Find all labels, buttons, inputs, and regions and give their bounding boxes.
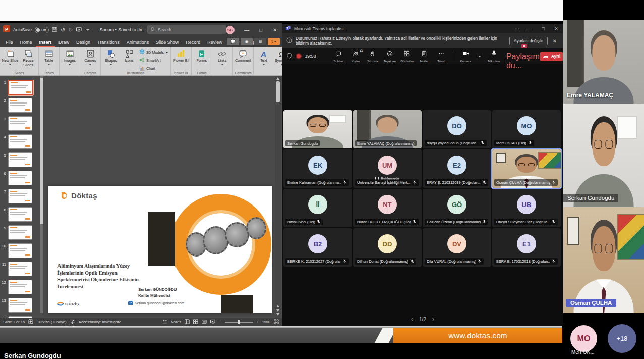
slideshow-icon[interactable] bbox=[210, 319, 215, 325]
previous-page-icon[interactable]: ‹ bbox=[411, 316, 413, 323]
search-input[interactable]: Search bbox=[147, 25, 226, 34]
participant-tile[interactable]: UMBeklemedeUniversite Sanayi İşbirliği M… bbox=[353, 149, 422, 188]
more-button[interactable]: Tümü bbox=[433, 49, 450, 63]
slide-thumbnail-3[interactable]: 3 bbox=[0, 116, 39, 130]
slide-sorter-icon[interactable] bbox=[193, 319, 198, 325]
participant-tile[interactable]: Serkan Gundogdu bbox=[283, 110, 352, 148]
chevron-down-icon[interactable] bbox=[478, 56, 481, 57]
new-slide-button[interactable]: New Slide bbox=[1, 48, 19, 65]
normal-view-icon[interactable] bbox=[185, 319, 190, 325]
slide-scrollbar[interactable] bbox=[275, 76, 281, 318]
slide-thumbnail-9[interactable]: 9 bbox=[0, 225, 39, 239]
reading-view-icon[interactable] bbox=[202, 319, 207, 325]
teams-close-button[interactable]: ✕ bbox=[550, 24, 563, 33]
participant-tile[interactable]: EKEmine Kahraman (Doğrulanma... bbox=[283, 149, 352, 188]
leave-meeting-button[interactable]: Ayrıl bbox=[540, 52, 563, 61]
stop-share-button[interactable]: Paylaşımı du... bbox=[511, 42, 537, 70]
power-bi-button[interactable]: Power BI bbox=[172, 48, 190, 63]
participant-tile[interactable]: UBUbeyd Süleyman Baz (Doğrula... bbox=[492, 189, 561, 227]
tab-design[interactable]: Design bbox=[73, 38, 94, 47]
shapes-button[interactable]: Shapes bbox=[102, 48, 120, 65]
raise-hand-button[interactable]: Söz iste bbox=[364, 49, 381, 63]
participant-tile[interactable]: DVDila VURAL (Doğrulanmamış) bbox=[423, 228, 491, 267]
slide-thumbnail-13[interactable]: 13 bbox=[0, 298, 39, 312]
undo-icon[interactable]: ↺ bbox=[61, 27, 65, 33]
participant-tile[interactable]: E1ESRA B. 170312018 (Doğrulan... bbox=[492, 228, 561, 267]
notes-toggle[interactable]: Notes bbox=[171, 320, 181, 324]
images-button[interactable]: Images bbox=[61, 48, 79, 65]
ppt-minimize-button[interactable]: — bbox=[240, 23, 254, 37]
table-button[interactable]: Table bbox=[40, 48, 58, 65]
mic-button[interactable]: Mikrofon bbox=[483, 49, 505, 63]
participant-tile[interactable]: E2ERAY Ş. 210312039 (Doğrulan... bbox=[423, 149, 491, 188]
camera-button[interactable]: Kamera bbox=[454, 49, 477, 63]
symbols-button[interactable]: ΩSymbols bbox=[273, 48, 282, 65]
teams-minimize-button[interactable]: — bbox=[523, 24, 537, 33]
slide-thumbnail-2[interactable]: 2 bbox=[0, 98, 39, 112]
slide-thumbnail-7[interactable]: 7 bbox=[0, 189, 39, 202]
scrollbar-thumb[interactable] bbox=[276, 81, 280, 102]
participant-tile[interactable]: GÖGazican Özkan (Doğrulanmamış) bbox=[423, 189, 491, 227]
scroll-up-icon[interactable] bbox=[276, 77, 279, 80]
slide-thumbnail-8[interactable]: 8 bbox=[0, 207, 39, 221]
comments-panel-button[interactable]: 💬 bbox=[227, 38, 239, 45]
teams-more-button[interactable]: ⋯ bbox=[510, 24, 523, 33]
participant-tile[interactable]: DÖduygu yaylacı ödün (Doğrulan... bbox=[423, 110, 491, 148]
participant-tile[interactable]: MOMert OKTAR (Dış) bbox=[492, 110, 561, 148]
teams-share-button[interactable]: 🖥 bbox=[254, 38, 266, 45]
forms-button[interactable]: FForms bbox=[193, 48, 211, 63]
tab-draw[interactable]: Draw bbox=[55, 38, 73, 47]
zoom-slider[interactable] bbox=[225, 322, 253, 323]
participant-tile[interactable]: DDDilhun Donat (Doğrulanmamış) bbox=[353, 228, 422, 267]
slide-thumbnail-11[interactable]: 11 bbox=[0, 262, 39, 275]
notes-button[interactable]: Notlar bbox=[416, 49, 433, 63]
accessibility-status[interactable]: Accessibility: Investigate bbox=[79, 320, 122, 324]
participant-tile[interactable]: İİİsmail İvedi (Dış) bbox=[283, 189, 352, 227]
present-icon[interactable] bbox=[76, 25, 82, 34]
slide-thumbnail-10[interactable]: 10 bbox=[0, 243, 39, 257]
text-button[interactable]: AText bbox=[255, 48, 273, 65]
language-indicator[interactable]: Turkish (Türkiye) bbox=[37, 320, 66, 324]
slide-canvas[interactable]: Döktaş Alüminyum Alaşımlarında Yüzey İşl… bbox=[48, 186, 272, 313]
reuse-slides-button[interactable]: Reuse Slides bbox=[19, 48, 37, 68]
tab-transitions[interactable]: Transitions bbox=[94, 38, 123, 47]
account-avatar[interactable]: SG bbox=[226, 26, 235, 34]
participant-tile[interactable]: Osman ÇULHA (Doğrulanmamış) bbox=[492, 149, 561, 188]
slide-thumbnail-4[interactable]: 4 bbox=[0, 134, 39, 148]
record-button[interactable]: ◉ bbox=[241, 38, 253, 45]
zoom-level[interactable]: %60 bbox=[262, 320, 270, 324]
slide-thumbnail-6[interactable]: 6 bbox=[0, 171, 39, 184]
3d-models-button[interactable]: 3D Models bbox=[139, 49, 168, 56]
people-button[interactable]: 22Kişiler bbox=[347, 49, 364, 63]
participant-tile[interactable]: B2BERKE K. 210312027 (Doğrulan... bbox=[283, 228, 352, 267]
share-button[interactable]: ⇧ bbox=[268, 38, 280, 45]
participant-tile[interactable]: Emre YALAMAÇ (Doğrulanmamış) bbox=[353, 110, 422, 148]
dismiss-notification-icon[interactable]: ✕ bbox=[551, 38, 559, 44]
save-icon[interactable] bbox=[52, 25, 57, 34]
participant-tile[interactable]: NTNuran BULUT TAŞÇIOĞLU (Doğ... bbox=[353, 189, 422, 227]
icons-button[interactable]: Icons bbox=[120, 48, 138, 63]
ppt-maximize-button[interactable]: □ bbox=[254, 23, 268, 37]
chat-button[interactable]: Sohbet bbox=[330, 49, 347, 63]
slide-thumbnail-1[interactable]: 1 bbox=[0, 80, 39, 93]
tab-record[interactable]: Record bbox=[182, 38, 204, 47]
autosave-toggle[interactable]: Off bbox=[35, 27, 49, 33]
next-slide-icon[interactable] bbox=[276, 309, 279, 312]
slide-thumbnail-5[interactable]: 5 bbox=[0, 152, 39, 166]
zoom-in-icon[interactable]: + bbox=[257, 320, 259, 324]
scroll-down-icon[interactable] bbox=[276, 313, 279, 316]
thumbnail-scrollbar[interactable] bbox=[40, 76, 43, 313]
qat-customize-icon[interactable] bbox=[86, 29, 89, 31]
redo-icon[interactable]: ↻ bbox=[68, 27, 73, 33]
links-button[interactable]: Links bbox=[213, 48, 231, 65]
previous-slide-icon[interactable] bbox=[276, 305, 279, 307]
tab-slide-show[interactable]: Slide Show bbox=[152, 38, 182, 47]
cameo-button[interactable]: Cameo bbox=[81, 48, 99, 65]
fit-slide-icon[interactable] bbox=[274, 319, 279, 325]
tab-animations[interactable]: Animations bbox=[123, 38, 153, 47]
tab-review[interactable]: Review bbox=[204, 38, 226, 47]
tab-insert[interactable]: Insert bbox=[36, 38, 55, 47]
teams-maximize-button[interactable]: □ bbox=[537, 24, 550, 33]
ppt-close-button[interactable]: ✕ bbox=[268, 23, 282, 37]
smartart-button[interactable]: SmartArt bbox=[139, 57, 168, 64]
